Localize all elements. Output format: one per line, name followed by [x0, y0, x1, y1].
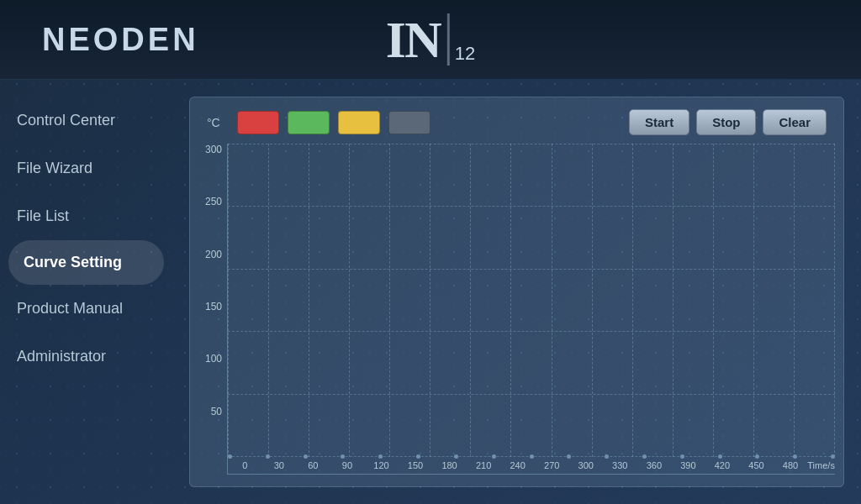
x-label-330: 330 [603, 460, 637, 470]
brand-name: NEODEN [42, 22, 199, 58]
x-label-300: 300 [568, 460, 603, 470]
chart-area: 300 250 200 150 100 50 [198, 144, 835, 475]
sidebar-item-administrator[interactable]: Administrator [0, 333, 172, 381]
chart-inner: 0306090120150180210240270300330360390420… [227, 144, 835, 475]
swatch-gray[interactable] [388, 111, 430, 134]
grid-col-5 [430, 144, 430, 457]
grid-col-4 [389, 144, 390, 457]
grid-col-12 [713, 144, 714, 457]
swatch-green[interactable] [288, 111, 330, 134]
logo-in-group: IN 12 [386, 13, 475, 66]
sidebar-label-administrator: Administrator [17, 348, 106, 365]
sidebar-item-curve-setting[interactable]: Curve Setting [8, 240, 164, 285]
grid-col-9 [592, 144, 593, 457]
y-label-50: 50 [211, 406, 222, 417]
x-label-270: 270 [535, 460, 569, 470]
grid-col-14 [794, 144, 795, 457]
grid-col-3 [349, 144, 350, 457]
y-label-150: 150 [205, 301, 222, 312]
grid-col-8 [552, 144, 552, 457]
x-label-360: 360 [637, 460, 672, 470]
sidebar-item-product-manual[interactable]: Product Manual [0, 285, 172, 333]
chart-panel: °C Start Stop Clear 300 250 200 150 100 … [189, 97, 844, 487]
x-label-210: 210 [467, 460, 501, 470]
grid-col-0 [228, 144, 229, 457]
chart-toolbar: °C Start Stop Clear [198, 109, 835, 135]
sidebar-item-control-center[interactable]: Control Center [0, 97, 172, 144]
sidebar-item-file-wizard[interactable]: File Wizard [0, 144, 172, 192]
grid-col-11 [673, 144, 673, 457]
grid-cols [228, 144, 835, 457]
y-label-100: 100 [205, 353, 222, 365]
x-label-60: 60 [296, 460, 330, 470]
y-label-200: 200 [205, 249, 222, 260]
y-label-250: 250 [205, 196, 222, 207]
grid-col-10 [632, 144, 633, 457]
x-label-480: 480 [774, 460, 808, 470]
grid-col-1 [268, 144, 269, 457]
sidebar-label-file-list: File List [17, 207, 69, 225]
grid-col-2 [309, 144, 309, 457]
swatch-red[interactable] [237, 111, 279, 134]
swatch-yellow[interactable] [338, 111, 380, 134]
temp-unit-label: °C [207, 116, 224, 129]
logo-in-letters: IN [386, 13, 450, 66]
grid-col-7 [510, 144, 511, 457]
sidebar-label-control-center: Control Center [17, 112, 115, 129]
grid-col-6 [470, 144, 471, 457]
x-axis: 0306090120150180210240270300330360390420… [228, 457, 835, 474]
x-time-unit: Time/s [807, 460, 835, 470]
sidebar-label-product-manual: Product Manual [17, 300, 123, 318]
grid-col-15 [834, 144, 835, 457]
x-label-450: 450 [739, 460, 774, 470]
stop-button[interactable]: Stop [696, 109, 756, 135]
x-label-30: 30 [262, 460, 297, 470]
x-label-420: 420 [705, 460, 740, 470]
logo-in-number: 12 [455, 43, 475, 65]
clear-button[interactable]: Clear [763, 109, 827, 135]
sidebar-item-file-list[interactable]: File List [0, 192, 172, 240]
x-label-390: 390 [671, 460, 705, 470]
y-axis: 300 250 200 150 100 50 [198, 144, 227, 475]
sidebar: Control Center File Wizard File List Cur… [0, 80, 172, 504]
y-label-300: 300 [205, 144, 222, 155]
x-label-150: 150 [399, 460, 433, 470]
x-label-90: 90 [330, 460, 365, 470]
sidebar-label-file-wizard: File Wizard [17, 160, 92, 177]
grid-col-13 [753, 144, 754, 457]
x-label-0: 0 [228, 460, 262, 470]
header: NEODEN IN 12 [0, 0, 861, 80]
start-button[interactable]: Start [629, 109, 689, 135]
sidebar-label-curve-setting: Curve Setting [24, 254, 122, 271]
x-label-120: 120 [364, 460, 399, 470]
x-label-240: 240 [500, 460, 535, 470]
main-content: °C Start Stop Clear 300 250 200 150 100 … [172, 80, 861, 504]
x-label-180: 180 [432, 460, 467, 470]
